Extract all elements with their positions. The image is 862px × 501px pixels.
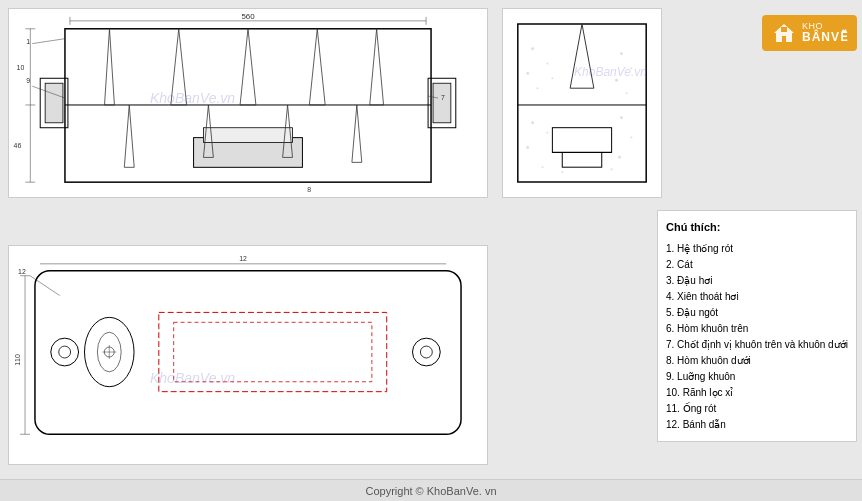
svg-rect-12	[203, 128, 292, 143]
svg-text:8: 8	[307, 186, 311, 193]
notes-item-3: 3. Đậu hơi	[666, 273, 848, 289]
logo-box: KHO BÂNVẼ	[762, 15, 857, 51]
svg-point-73	[531, 121, 534, 124]
notes-item-1: 1. Hệ thống rót	[666, 241, 848, 257]
svg-text:9: 9	[26, 77, 30, 84]
notes-panel: Chú thích: 1. Hệ thống rót 2. Cát 3. Đậu…	[657, 210, 857, 442]
notes-item-12: 12. Bánh dẫn	[666, 417, 848, 433]
svg-rect-84	[781, 27, 787, 32]
notes-item-2: 2. Cát	[666, 257, 848, 273]
svg-point-69	[620, 52, 623, 55]
logo-icon	[770, 19, 798, 47]
svg-text:560: 560	[241, 12, 255, 21]
top-drawing: 560	[8, 8, 488, 198]
svg-point-74	[546, 132, 548, 134]
svg-point-70	[630, 67, 632, 69]
notes-item-8: 8. Hòm khuôn dưới	[666, 353, 848, 369]
right-drawing	[502, 8, 662, 198]
svg-rect-35	[10, 246, 486, 464]
logo-area: KHO BÂNVẼ	[697, 5, 857, 60]
svg-point-76	[620, 116, 623, 119]
svg-point-64	[531, 47, 534, 50]
svg-point-67	[551, 77, 553, 79]
svg-text:10: 10	[17, 64, 25, 71]
notes-item-6: 6. Hòm khuôn trên	[666, 321, 848, 337]
notes-item-11: 11. Ống rót	[666, 401, 848, 417]
svg-rect-56	[503, 9, 661, 197]
svg-point-72	[625, 92, 627, 94]
svg-rect-7	[45, 83, 63, 123]
svg-rect-9	[433, 83, 451, 123]
svg-point-80	[561, 171, 563, 173]
copyright-bar: Copyright © KhoBanVe. vn	[0, 479, 862, 501]
svg-text:12: 12	[239, 255, 247, 262]
svg-point-68	[537, 87, 539, 89]
notes-item-4: 4. Xiên thoát hơi	[666, 289, 848, 305]
svg-text:12: 12	[18, 268, 26, 275]
svg-text:7: 7	[441, 94, 445, 101]
copyright-text: Copyright © KhoBanVe. vn	[365, 485, 496, 497]
svg-text:1: 1	[26, 38, 30, 45]
notes-item-9: 9. Luỡng khuôn	[666, 369, 848, 385]
svg-rect-0	[11, 9, 486, 197]
svg-text:110: 110	[14, 354, 21, 366]
svg-text:46: 46	[14, 142, 22, 149]
notes-item-7: 7. Chốt định vị khuôn trên và khuôn dưới	[666, 337, 848, 353]
svg-point-81	[611, 168, 613, 170]
svg-point-78	[618, 156, 621, 159]
notes-item-10: 10. Rãnh lọc xỉ	[666, 385, 848, 401]
svg-point-75	[526, 146, 529, 149]
svg-point-71	[615, 79, 618, 82]
svg-point-65	[546, 63, 548, 65]
main-container: 560	[0, 0, 862, 501]
svg-point-79	[542, 166, 544, 168]
notes-item-5: 5. Đậu ngót	[666, 305, 848, 321]
svg-point-77	[630, 137, 632, 139]
svg-point-66	[526, 72, 529, 75]
bottom-drawing: 110 12	[8, 245, 488, 465]
notes-title: Chú thích:	[666, 219, 848, 237]
logo-banve: BÂNVẼ	[802, 31, 849, 43]
